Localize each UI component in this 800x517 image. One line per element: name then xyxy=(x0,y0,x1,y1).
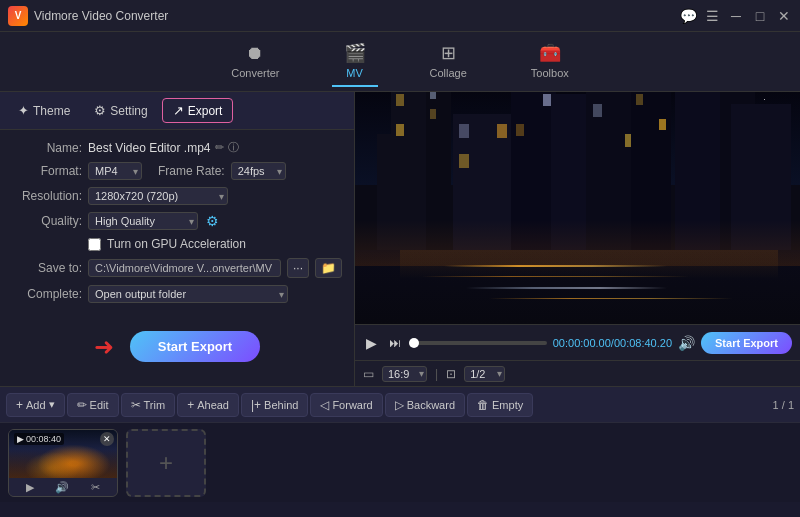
folder-btn[interactable]: 📁 xyxy=(315,258,342,278)
ahead-icon: + xyxy=(187,398,194,412)
behind-btn[interactable]: |+ Behind xyxy=(241,393,308,417)
backward-icon: ▷ xyxy=(395,398,404,412)
behind-label: Behind xyxy=(264,399,298,411)
start-export-btn-left[interactable]: Start Export xyxy=(130,331,260,362)
titlebar-maximize-btn[interactable]: □ xyxy=(752,8,768,24)
clip-duration: ▶ 00:08:40 xyxy=(14,433,64,445)
save-label: Save to: xyxy=(12,261,82,275)
tab-toolbox[interactable]: 🧰 Toolbox xyxy=(519,36,581,87)
resolution-label: Resolution: xyxy=(12,189,82,203)
tab-collage[interactable]: ⊞ Collage xyxy=(418,36,479,87)
setting-label: Setting xyxy=(110,104,147,118)
mv-label: MV xyxy=(346,67,363,79)
forward-label: Forward xyxy=(332,399,372,411)
save-path-input[interactable] xyxy=(88,259,281,277)
ahead-label: Ahead xyxy=(197,399,229,411)
tab-mv[interactable]: 🎬 MV xyxy=(332,36,378,87)
add-dropdown-icon: ▾ xyxy=(49,398,55,411)
name-info-icon[interactable]: ⓘ xyxy=(228,140,239,155)
framerate-select[interactable]: 24fps 30fps 60fps xyxy=(231,162,286,180)
clip-scissors-icon[interactable]: ✂ xyxy=(91,481,100,494)
city-scene xyxy=(355,92,800,324)
forward-icon: ◁ xyxy=(320,398,329,412)
setting-btn[interactable]: ⚙ Setting xyxy=(84,99,157,122)
converter-icon: ⏺ xyxy=(246,43,264,64)
start-export-btn-right[interactable]: Start Export xyxy=(701,332,792,354)
add-label: Add xyxy=(26,399,46,411)
toolbox-label: Toolbox xyxy=(531,67,569,79)
left-panel: ✦ Theme ⚙ Setting ↗ Export Name: Best Vi… xyxy=(0,92,355,386)
toolbox-icon: 🧰 xyxy=(539,42,561,64)
theme-btn[interactable]: ✦ Theme xyxy=(8,99,80,122)
arrow-right-icon: ➜ xyxy=(94,333,114,361)
clip-play-icon[interactable]: ▶ xyxy=(26,481,34,494)
left-export-area: ➜ Start Export xyxy=(0,313,354,372)
converter-label: Converter xyxy=(231,67,279,79)
quality-select-wrap: High Quality Medium Quality Low Quality xyxy=(88,212,198,230)
titlebar-minimize-btn[interactable]: ─ xyxy=(728,8,744,24)
complete-select[interactable]: Open output folder Do nothing Shut down xyxy=(88,285,288,303)
empty-btn[interactable]: 🗑 Empty xyxy=(467,393,533,417)
scale-select[interactable]: 1/2 1/4 Full xyxy=(464,366,505,382)
clip-audio-icon[interactable]: 🔊 xyxy=(55,481,69,494)
app-title: Vidmore Video Converter xyxy=(34,9,168,23)
collage-icon: ⊞ xyxy=(441,42,456,64)
trim-icon: ✂ xyxy=(131,398,141,412)
quality-select[interactable]: High Quality Medium Quality Low Quality xyxy=(88,212,198,230)
ratio-bar: ▭ 16:9 4:3 1:1 9:16 | ⊡ 1/2 1/4 Full xyxy=(355,360,800,386)
save-row: Save to: ··· 📁 xyxy=(12,258,342,278)
ahead-btn[interactable]: + Ahead xyxy=(177,393,239,417)
dots-btn[interactable]: ··· xyxy=(287,258,309,278)
page-indicator: 1 / 1 xyxy=(773,399,794,411)
titlebar-left: V Vidmore Video Converter xyxy=(8,6,168,26)
format-row: Format: MP4 MKV AVI MOV Frame Rate: 24fp… xyxy=(12,162,342,180)
ratio-select-wrap: 16:9 4:3 1:1 9:16 xyxy=(382,366,427,382)
empty-icon: 🗑 xyxy=(477,398,489,412)
format-select[interactable]: MP4 MKV AVI MOV xyxy=(88,162,142,180)
name-value: Best Video Editor .mp4 ✏ ⓘ xyxy=(88,140,239,155)
scale-icon: ⊡ xyxy=(446,367,456,381)
resolution-select[interactable]: 1280x720 (720p) 1920x1080 (1080p) 854x48… xyxy=(88,187,228,205)
format-select-wrap: MP4 MKV AVI MOV xyxy=(88,162,142,180)
scale-select-wrap: 1/2 1/4 Full xyxy=(464,366,505,382)
titlebar-close-btn[interactable]: ✕ xyxy=(776,8,792,24)
name-label: Name: xyxy=(12,141,82,155)
tab-converter[interactable]: ⏺ Converter xyxy=(219,37,291,87)
progress-dot xyxy=(409,338,419,348)
add-btn[interactable]: + Add ▾ xyxy=(6,393,65,417)
titlebar-menu-btn[interactable]: ☰ xyxy=(704,8,720,24)
clip-controls: ▶ 🔊 ✂ xyxy=(9,478,117,497)
framerate-label: Frame Rate: xyxy=(158,164,225,178)
titlebar: V Vidmore Video Converter 💬 ☰ ─ □ ✕ xyxy=(0,0,800,32)
progress-bar[interactable] xyxy=(410,341,547,345)
add-icon: + xyxy=(16,398,23,412)
export-settings: Name: Best Video Editor .mp4 ✏ ⓘ Format:… xyxy=(0,130,354,313)
edit-btn[interactable]: ✏ Edit xyxy=(67,393,119,417)
empty-label: Empty xyxy=(492,399,523,411)
forward-btn[interactable]: ◁ Forward xyxy=(310,393,382,417)
clip-close-btn[interactable]: ✕ xyxy=(100,432,114,446)
video-preview xyxy=(355,92,800,324)
skip-forward-btn[interactable]: ⏭ xyxy=(386,334,404,352)
resolution-row: Resolution: 1280x720 (720p) 1920x1080 (1… xyxy=(12,187,342,205)
ratio-select[interactable]: 16:9 4:3 1:1 9:16 xyxy=(382,366,427,382)
volume-icon[interactable]: 🔊 xyxy=(678,335,695,351)
gpu-checkbox[interactable] xyxy=(88,238,101,251)
theme-icon: ✦ xyxy=(18,103,29,118)
right-panel: ▶ ⏭ 00:00:00.00/00:08:40.20 🔊 Start Expo… xyxy=(355,92,800,386)
trim-btn[interactable]: ✂ Trim xyxy=(121,393,176,417)
name-edit-icon[interactable]: ✏ xyxy=(215,141,224,154)
export-btn-tab[interactable]: ↗ Export xyxy=(162,98,234,123)
edit-icon: ✏ xyxy=(77,398,87,412)
titlebar-chat-btn[interactable]: 💬 xyxy=(680,8,696,24)
mv-icon: 🎬 xyxy=(344,42,366,64)
play-btn[interactable]: ▶ xyxy=(363,333,380,353)
time-display: 00:00:00.00/00:08:40.20 xyxy=(553,337,672,349)
backward-btn[interactable]: ▷ Backward xyxy=(385,393,465,417)
edit-label: Edit xyxy=(90,399,109,411)
complete-label: Complete: xyxy=(12,287,82,301)
quality-gear-btn[interactable]: ⚙ xyxy=(204,213,221,229)
add-clip-btn[interactable]: + xyxy=(126,429,206,497)
framerate-select-wrap: 24fps 30fps 60fps xyxy=(231,162,286,180)
collage-label: Collage xyxy=(430,67,467,79)
